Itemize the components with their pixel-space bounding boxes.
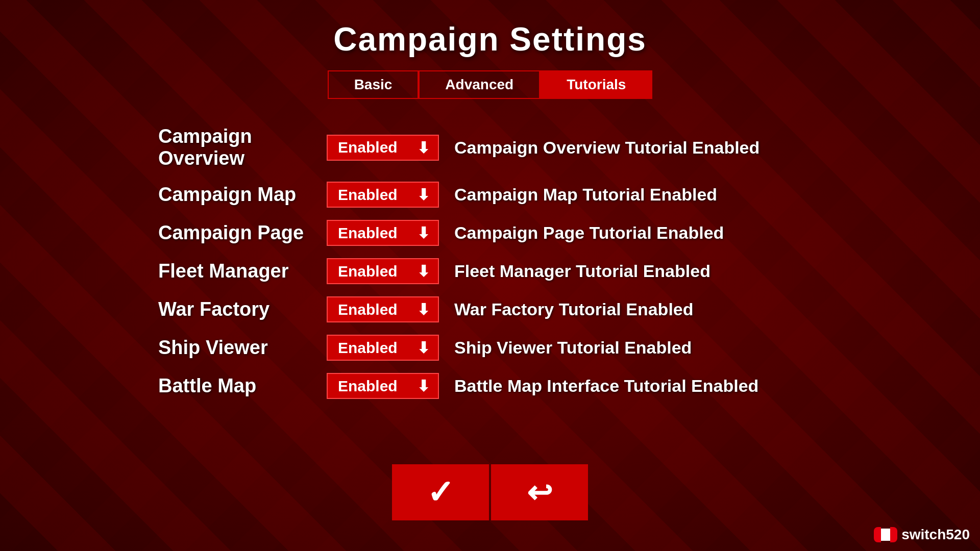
dropdown-ship-viewer[interactable]: Enabled⬇ [327,335,439,361]
dropdown-arrow-war-factory: ⬇ [417,300,430,318]
dropdown-value-fleet-manager: Enabled [338,263,398,280]
tab-advanced[interactable]: Advanced [419,70,540,99]
setting-row-battle-map: Battle MapEnabled⬇Battle Map Interface T… [158,367,822,405]
dropdown-arrow-campaign-overview: ⬇ [417,139,430,157]
dropdown-arrow-campaign-map: ⬇ [417,186,430,204]
dropdown-war-factory[interactable]: Enabled⬇ [327,296,439,322]
dropdown-campaign-page[interactable]: Enabled⬇ [327,220,439,246]
dropdown-fleet-manager[interactable]: Enabled⬇ [327,258,439,284]
label-ship-viewer: Ship Viewer [158,337,316,359]
back-icon [527,474,552,510]
dropdown-arrow-ship-viewer: ⬇ [417,339,430,357]
description-campaign-page: Campaign Page Tutorial Enabled [454,223,724,243]
confirm-button[interactable] [392,464,489,520]
dropdown-campaign-overview[interactable]: Enabled⬇ [327,135,439,161]
label-campaign-map: Campaign Map [158,184,316,206]
description-ship-viewer: Ship Viewer Tutorial Enabled [454,338,692,358]
branding-text: switch520 [901,527,970,543]
switch-icon [874,527,897,542]
tab-basic[interactable]: Basic [328,70,419,99]
label-fleet-manager: Fleet Manager [158,260,316,282]
dropdown-value-campaign-map: Enabled [338,186,398,204]
setting-row-war-factory: War FactoryEnabled⬇War Factory Tutorial … [158,290,822,329]
description-fleet-manager: Fleet Manager Tutorial Enabled [454,261,710,281]
label-war-factory: War Factory [158,298,316,320]
description-campaign-overview: Campaign Overview Tutorial Enabled [454,138,760,158]
dropdown-value-ship-viewer: Enabled [338,339,398,357]
dropdown-value-campaign-page: Enabled [338,224,398,242]
branding-logo: switch520 [874,527,970,543]
dropdown-campaign-map[interactable]: Enabled⬇ [327,182,439,208]
dropdown-arrow-campaign-page: ⬇ [417,224,430,242]
setting-row-ship-viewer: Ship ViewerEnabled⬇Ship Viewer Tutorial … [158,329,822,367]
check-icon [427,473,454,511]
page-title: Campaign Settings [333,20,647,58]
setting-row-campaign-overview: Campaign OverviewEnabled⬇Campaign Overvi… [158,119,822,176]
main-content: Campaign Settings Basic Advanced Tutoria… [0,0,980,405]
setting-row-fleet-manager: Fleet ManagerEnabled⬇Fleet Manager Tutor… [158,252,822,290]
description-war-factory: War Factory Tutorial Enabled [454,299,694,319]
description-campaign-map: Campaign Map Tutorial Enabled [454,185,717,205]
bottom-buttons [392,464,588,520]
dropdown-value-battle-map: Enabled [338,378,398,395]
settings-list: Campaign OverviewEnabled⬇Campaign Overvi… [158,119,822,405]
setting-row-campaign-map: Campaign MapEnabled⬇Campaign Map Tutoria… [158,176,822,214]
tab-tutorials[interactable]: Tutorials [540,70,652,99]
dropdown-value-campaign-overview: Enabled [338,139,398,156]
dropdown-arrow-fleet-manager: ⬇ [417,262,430,280]
description-battle-map: Battle Map Interface Tutorial Enabled [454,376,758,396]
label-battle-map: Battle Map [158,375,316,397]
label-campaign-overview: Campaign Overview [158,126,316,169]
label-campaign-page: Campaign Page [158,222,316,244]
back-button[interactable] [491,464,588,520]
dropdown-battle-map[interactable]: Enabled⬇ [327,373,439,399]
setting-row-campaign-page: Campaign PageEnabled⬇Campaign Page Tutor… [158,214,822,252]
tab-bar: Basic Advanced Tutorials [328,70,653,99]
dropdown-value-war-factory: Enabled [338,301,398,318]
dropdown-arrow-battle-map: ⬇ [417,377,430,395]
